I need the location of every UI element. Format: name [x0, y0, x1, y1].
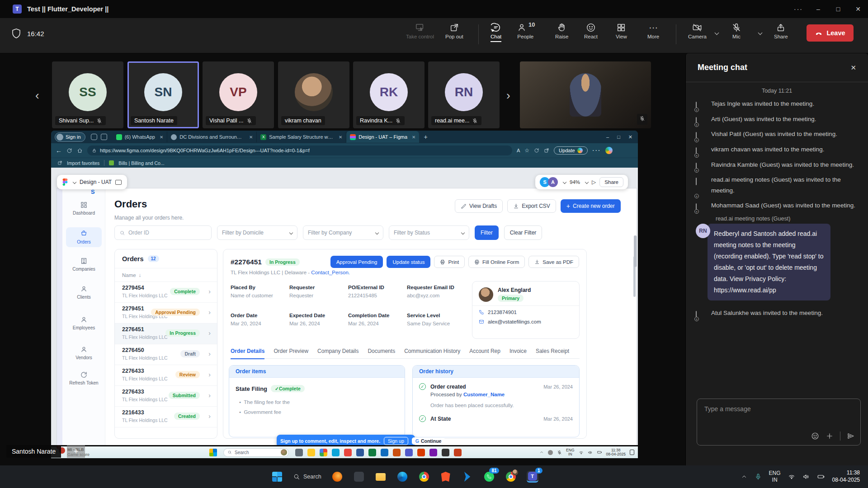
zoom-chevron[interactable]	[585, 180, 589, 184]
tray-mic-icon[interactable]	[755, 473, 762, 480]
browser-menu-icon[interactable]: ···	[592, 146, 601, 155]
browser-signin-button[interactable]: Sign in	[55, 132, 85, 142]
shared-start-icon[interactable]	[209, 449, 217, 456]
clear-filter-button[interactable]: Clear Filter	[504, 225, 542, 240]
video-tile[interactable]: RK Ravindra K...	[353, 61, 425, 128]
tab-sales-receipt[interactable]: Sales Receipt	[536, 348, 569, 354]
attach-plus-icon[interactable]	[826, 432, 834, 440]
update-status-button[interactable]: Update status	[387, 256, 430, 268]
video-tile[interactable]: SS Shivani Sup...	[52, 61, 123, 128]
address-bar[interactable]: https://www.figma.com/design/9BKQ0FOHRWa…	[87, 145, 512, 155]
tab-order-preview[interactable]: Order Preview	[274, 348, 308, 354]
figma-menu-chevron[interactable]	[73, 180, 76, 184]
contact-email[interactable]: alex@vstatefilings.com	[488, 319, 541, 324]
mic-dropdown-chevron[interactable]	[759, 28, 762, 36]
new-tab-button[interactable]: +	[424, 133, 427, 141]
copilot-icon[interactable]	[91, 134, 97, 140]
tiles-scroll-right[interactable]: ›	[506, 89, 510, 103]
home-icon[interactable]	[77, 148, 83, 154]
favorites-star-icon[interactable]: ☆	[524, 147, 529, 154]
shared-clock[interactable]: 11:3808-04-2025	[606, 448, 626, 457]
shared-taskbar-app-icon[interactable]	[417, 449, 425, 456]
emoji-icon[interactable]	[811, 432, 819, 440]
sidebar-item-dashboard[interactable]: Dashboard	[66, 201, 102, 216]
mic-button[interactable]: Mic	[731, 23, 741, 39]
wifi-icon[interactable]	[788, 473, 795, 480]
sidebar-item-employees[interactable]: Employees	[66, 316, 102, 330]
figma-share-button[interactable]: Share	[599, 177, 623, 187]
battery-icon[interactable]	[817, 473, 825, 481]
shared-taskbar-app-icon[interactable]	[295, 449, 303, 456]
tab-invoice[interactable]: Invoice	[509, 348, 527, 354]
maximize-button[interactable]: □	[828, 0, 848, 18]
language-indicator[interactable]: ENGIN	[769, 470, 781, 483]
print-button[interactable]: Print	[434, 256, 465, 268]
camera-dropdown-chevron[interactable]	[715, 28, 718, 36]
browser-maximize[interactable]: □	[617, 134, 620, 140]
shared-taskbar-app-icon[interactable]	[307, 449, 315, 456]
bookmark-item[interactable]: Import favorites	[67, 160, 99, 166]
sort-icon[interactable]: ↓	[139, 272, 142, 278]
pages-icon[interactable]	[115, 180, 122, 185]
chat-close-icon[interactable]: ✕	[850, 64, 856, 72]
leave-button[interactable]: Leave	[807, 24, 854, 42]
tab-communication-history[interactable]: Communication History	[404, 348, 460, 354]
back-icon[interactable]: ←	[56, 147, 62, 154]
collections-icon[interactable]	[544, 148, 549, 153]
taskbar-whatsapp-icon[interactable]: 81	[483, 471, 495, 483]
shared-taskbar-app-icon[interactable]	[393, 449, 401, 456]
shared-notification-icon[interactable]	[630, 450, 634, 455]
order-row[interactable]: 2279451TL Flex Holdings LLC Approval Pen…	[115, 303, 217, 324]
create-new-order-button[interactable]: +Create new order	[561, 199, 621, 213]
taskbar-app-icon[interactable]	[353, 471, 365, 483]
contact-phone[interactable]: 2123874901	[488, 310, 517, 315]
browser-tab[interactable]: DC Divisions and Surroundings✕	[167, 131, 257, 142]
taskbar-explorer-icon[interactable]	[375, 471, 387, 483]
reader-mode-icon[interactable]: A	[517, 148, 520, 153]
order-row[interactable]: 2276433TL Flex Holdings LLC Submitted›	[115, 386, 217, 407]
google-continue-button[interactable]: G Continue	[412, 437, 445, 445]
order-row[interactable]: 2276433TL Flex Holdings LLC Review›	[115, 365, 217, 386]
taskbar-clock[interactable]: 11:3808-04-2025	[832, 469, 860, 483]
take-control-button[interactable]: Take control	[406, 23, 434, 39]
volume-icon[interactable]	[802, 473, 810, 480]
shared-taskbar-app-icon[interactable]	[332, 449, 340, 456]
sidebar-item-clients[interactable]: Clients	[66, 285, 102, 300]
sidebar-item-companies[interactable]: Companies	[66, 257, 102, 272]
tab-account-rep[interactable]: Account Rep	[469, 348, 500, 354]
export-csv-button[interactable]: Export CSV	[507, 199, 556, 213]
tab-close-icon[interactable]: ✕	[249, 135, 253, 140]
refresh-icon[interactable]	[66, 148, 72, 154]
view-drafts-button[interactable]: View Drafts	[455, 199, 503, 213]
taskbar-chrome-icon[interactable]	[418, 471, 430, 483]
shared-taskbar-app-icon[interactable]	[320, 449, 327, 456]
browser-update-button[interactable]: Update	[554, 146, 587, 155]
taskbar-firefox-icon[interactable]	[331, 471, 343, 483]
sidebar-item-vendors[interactable]: Vendors	[66, 346, 102, 360]
filter-company-select[interactable]: Filter by Company	[303, 225, 383, 240]
approval-pending-button[interactable]: Approval Pending	[330, 256, 383, 268]
shared-taskbar-app-icon[interactable]	[381, 449, 388, 456]
browser-profile-avatar[interactable]	[605, 147, 613, 154]
collaborator-avatar[interactable]: A	[548, 177, 558, 187]
minimize-button[interactable]: –	[808, 0, 828, 18]
share-button[interactable]: Share	[774, 23, 788, 39]
react-button[interactable]: React	[584, 23, 598, 39]
close-button[interactable]: ✕	[848, 0, 868, 18]
filter-domicile-select[interactable]: Filter by Domicile	[217, 225, 297, 240]
extensions-icon[interactable]	[534, 148, 539, 153]
shared-volume-icon[interactable]	[588, 450, 593, 455]
tab-close-icon[interactable]: ✕	[339, 135, 342, 140]
titlebar-more-icon[interactable]: ···	[788, 0, 808, 18]
shared-language-indicator[interactable]: ENGIN	[566, 448, 574, 457]
tray-caret-icon[interactable]	[741, 474, 747, 480]
bookmark-item[interactable]: Bills | Billing and Co...	[118, 160, 164, 166]
tab-close-icon[interactable]: ✕	[160, 135, 163, 140]
zoom-level[interactable]: 94%	[570, 179, 580, 185]
taskbar-app-icon-blue[interactable]	[462, 471, 473, 483]
taskbar-search[interactable]: Search	[293, 471, 321, 483]
taskbar-edge-icon[interactable]	[396, 471, 408, 483]
shared-taskbar-app-icon[interactable]	[429, 449, 437, 456]
tab-documents[interactable]: Documents	[368, 348, 395, 354]
tiles-scroll-left[interactable]: ‹	[35, 89, 39, 103]
